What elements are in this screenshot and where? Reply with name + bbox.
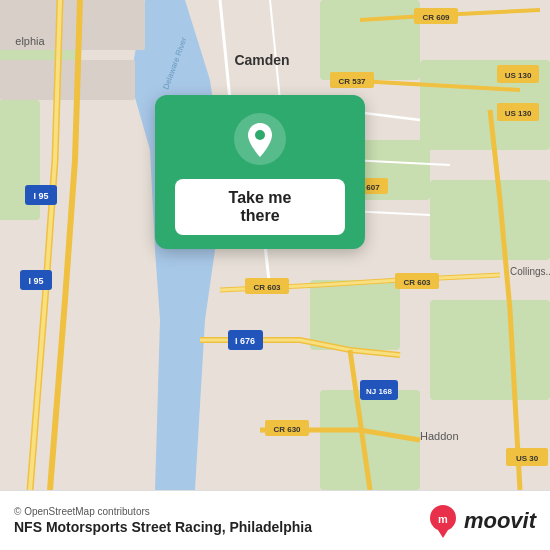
map-view: I 95 I 95 I 676 NJ 168 CR 603 CR 603 CR … [0,0,550,490]
svg-text:CR 603: CR 603 [403,278,431,287]
location-card: Take me there [155,95,365,249]
osm-attribution: © OpenStreetMap contributors [14,506,312,517]
svg-text:I 95: I 95 [28,276,43,286]
svg-rect-4 [430,180,550,260]
svg-text:elphia: elphia [15,35,45,47]
svg-rect-1 [320,0,420,80]
moovit-logo: m moovit [426,504,536,538]
take-me-there-button[interactable]: Take me there [175,179,345,235]
location-pin-icon [234,113,286,165]
svg-text:Camden: Camden [234,52,289,68]
svg-text:m: m [438,513,448,525]
moovit-text: moovit [464,508,536,534]
svg-text:CR 603: CR 603 [253,283,281,292]
location-name-label: NFS Motorsports Street Racing, Philadelp… [14,519,312,535]
svg-text:CR 609: CR 609 [422,13,450,22]
bottom-info: © OpenStreetMap contributors NFS Motorsp… [14,506,312,535]
svg-text:Haddon: Haddon [420,430,459,442]
moovit-brand-icon: m [426,504,460,538]
svg-text:607: 607 [366,183,380,192]
svg-text:Collings...: Collings... [510,266,550,277]
svg-point-44 [255,130,265,140]
svg-text:I 95: I 95 [33,191,48,201]
svg-text:US 30: US 30 [516,454,539,463]
svg-rect-11 [0,60,135,100]
svg-text:US 130: US 130 [505,109,532,118]
svg-text:NJ 168: NJ 168 [366,387,392,396]
svg-text:US 130: US 130 [505,71,532,80]
svg-text:I 676: I 676 [235,336,255,346]
bottom-bar: © OpenStreetMap contributors NFS Motorsp… [0,490,550,550]
svg-rect-6 [430,300,550,400]
svg-rect-5 [310,280,400,350]
svg-text:CR 537: CR 537 [338,77,366,86]
svg-text:CR 630: CR 630 [273,425,301,434]
